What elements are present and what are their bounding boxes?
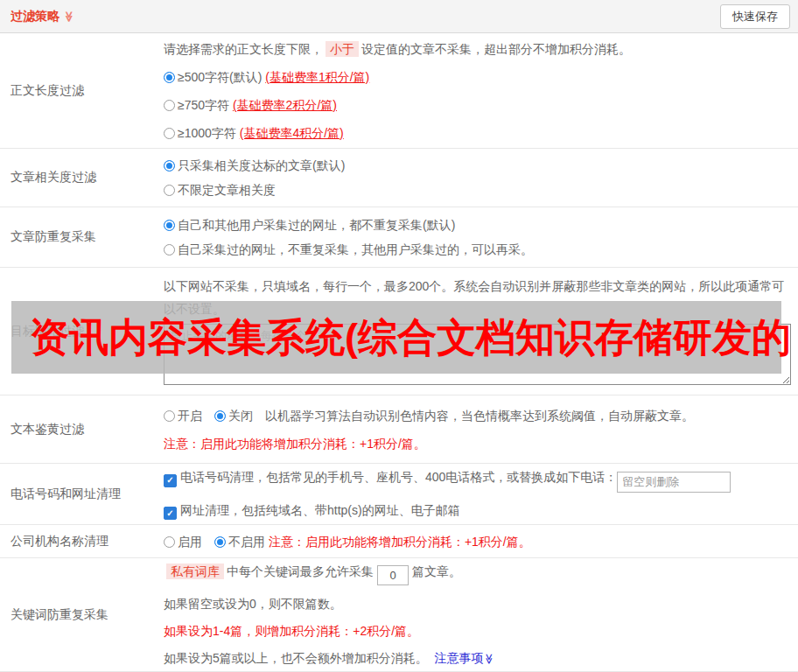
radio-company-off-checked[interactable] <box>214 536 226 548</box>
radio-1000[interactable] <box>164 128 175 139</box>
company-clean-note: 注意：启用此功能将增加积分消耗：+1积分/篇。 <box>269 535 531 549</box>
check-icon: ✓ <box>166 505 173 522</box>
url-clean-checkbox-checked[interactable]: ✓ <box>164 507 177 520</box>
row-keyword-label: 关键词防重复采集 <box>0 558 164 671</box>
length-option-1000-label: ≥1000字符 <box>178 126 236 140</box>
length-option-1000[interactable]: ≥1000字符 (基础费率4积分/篇) <box>164 124 791 142</box>
notes-link[interactable]: 注意事项≫ <box>435 651 495 665</box>
length-desc-keyword: 小于 <box>326 41 359 57</box>
porn-filter-options: 开启关闭以机器学习算法自动识别色情内容，当色情概率达到系统阈值，自动屏蔽文章。 <box>164 407 791 424</box>
relevance-option-strict-label: 只采集相关度达标的文章(默认) <box>178 158 345 172</box>
row-company-label: 公司机构名称清理 <box>0 525 164 557</box>
company-clean-options: 启用不启用 注意：启用此功能将增加积分消耗：+1积分/篇。 <box>164 533 791 550</box>
row-company-clean: 公司机构名称清理 启用不启用 注意：启用此功能将增加积分消耗：+1积分/篇。 <box>0 525 798 558</box>
company-on-label[interactable]: 启用 <box>178 535 202 549</box>
row-phone-url-label: 电话号码和网址清理 <box>0 464 164 524</box>
row-relevance-content: 只采集相关度达标的文章(默认) 不限定文章相关度 <box>164 149 798 206</box>
radio-dedupe-global-checked[interactable] <box>164 220 175 231</box>
keyword-note-cost: 如果设为1-4篇，则增加积分消耗：+2积分/篇。 <box>164 622 791 640</box>
notes-link-label: 注意事项 <box>435 651 484 665</box>
row-dedupe-content: 自己和其他用户采集过的网址，都不重复采集(默认) 自己采集过的网址，不重复采集，… <box>164 207 798 267</box>
dedupe-option-self-label: 自己采集过的网址，不重复采集，其他用户采集过的，可以再采。 <box>178 242 533 256</box>
radio-dedupe-self[interactable] <box>164 244 175 256</box>
row-site-label: 目标网站过滤 <box>0 268 164 395</box>
private-thesaurus-link[interactable]: 私有词库 <box>166 564 224 579</box>
dedupe-option-self[interactable]: 自己采集过的网址，不重复采集，其他用户采集过的，可以再采。 <box>164 241 791 258</box>
keyword-note-five-text: 如果设为5篇或以上，也不会额外增加积分消耗。 <box>164 651 428 665</box>
porn-on-label[interactable]: 开启 <box>178 409 202 423</box>
row-porn-filter: 文本鉴黄过滤 开启关闭以机器学习算法自动识别色情内容，当色情概率达到系统阈值，自… <box>0 396 798 464</box>
porn-off-label[interactable]: 关闭 <box>228 409 253 423</box>
porn-filter-desc: 以机器学习算法自动识别色情内容，当色情概率达到系统阈值，自动屏蔽文章。 <box>265 409 694 423</box>
page-title-label: 过滤策略 <box>10 9 60 24</box>
row-phone-url-content: ✓电话号码清理，包括常见的手机号、座机号、400电话格式，或替换成如下电话： ✓… <box>164 464 798 524</box>
length-option-1000-note: (基础费率4积分/篇) <box>240 126 344 140</box>
keyword-limit-mid-text: 中每个关键词最多允许采集 <box>227 564 374 578</box>
row-site-filter: 目标网站过滤 以下网站不采集，只填域名，每行一个，最多200个。系统会自动识别并… <box>0 268 798 396</box>
keyword-limit-line: 私有词库中每个关键词最多允许采集篇文章。 <box>164 563 791 585</box>
row-length-content: 请选择需求的正文长度下限，小于设定值的文章不采集，超出部分不增加积分消耗。 ≥5… <box>164 33 798 148</box>
length-option-500[interactable]: ≥500字符(默认) (基础费率1积分/篇) <box>164 68 791 86</box>
radio-500-checked[interactable] <box>164 72 175 83</box>
row-relevance-label: 文章相关度过滤 <box>0 149 164 206</box>
phone-clean-label: 电话号码清理，包括常见的手机号、座机号、400电话格式，或替换成如下电话： <box>180 470 617 484</box>
phone-clean-checkbox-checked[interactable]: ✓ <box>164 474 177 487</box>
radio-porn-on[interactable] <box>164 410 175 422</box>
dedupe-option-global[interactable]: 自己和其他用户采集过的网址，都不重复采集(默认) <box>164 216 791 234</box>
relevance-option-any-label: 不限定文章相关度 <box>178 183 276 197</box>
phone-clean-line: ✓电话号码清理，包括常见的手机号、座机号、400电话格式，或替换成如下电话： <box>164 468 791 493</box>
page-title[interactable]: 过滤策略 ≫ <box>10 9 75 24</box>
blocked-domains-textarea[interactable] <box>164 324 791 385</box>
keyword-limit-end-text: 篇文章。 <box>412 564 461 578</box>
url-clean-label: 网址清理，包括纯域名、带http(s)的网址、电子邮箱 <box>180 503 460 517</box>
row-site-content: 以下网站不采集，只填域名，每行一个，最多200个。系统会自动识别并屏蔽那些非文章… <box>164 268 798 395</box>
length-option-750[interactable]: ≥750字符 (基础费率2积分/篇) <box>164 96 791 114</box>
check-icon: ✓ <box>166 472 173 489</box>
radio-company-on[interactable] <box>164 536 175 548</box>
site-filter-desc: 以下网站不采集，只填域名，每行一个，最多200个。系统会自动识别并屏蔽那些非文章… <box>164 275 791 320</box>
filter-strategy-page: 过滤策略 ≫ 快速保存 正文长度过滤 请选择需求的正文长度下限，小于设定值的文章… <box>0 0 798 672</box>
keyword-max-count-input[interactable] <box>377 565 409 585</box>
radio-relevance-any[interactable] <box>164 185 175 196</box>
topbar: 过滤策略 ≫ 快速保存 <box>0 0 798 33</box>
row-company-content: 启用不启用 注意：启用此功能将增加积分消耗：+1积分/篇。 <box>164 525 798 557</box>
company-off-label[interactable]: 不启用 <box>228 535 265 549</box>
row-relevance-filter: 文章相关度过滤 只采集相关度达标的文章(默认) 不限定文章相关度 <box>0 149 798 207</box>
row-keyword-content: 私有词库中每个关键词最多允许采集篇文章。 如果留空或设为0，则不限篇数。 如果设… <box>164 558 798 671</box>
row-porn-content: 开启关闭以机器学习算法自动识别色情内容，当色情概率达到系统阈值，自动屏蔽文章。 … <box>164 396 798 463</box>
row-length-filter: 正文长度过滤 请选择需求的正文长度下限，小于设定值的文章不采集，超出部分不增加积… <box>0 33 798 149</box>
keyword-note-five: 如果设为5篇或以上，也不会额外增加积分消耗。 注意事项≫ <box>164 649 791 667</box>
keyword-note-zero: 如果留空或设为0，则不限篇数。 <box>164 595 791 612</box>
length-option-500-label: ≥500字符(默认) <box>178 70 262 84</box>
length-option-750-label: ≥750字符 <box>178 98 229 112</box>
length-desc-before: 请选择需求的正文长度下限， <box>164 42 323 56</box>
length-option-500-note: (基础费率1积分/篇) <box>265 70 369 84</box>
quick-save-button[interactable]: 快速保存 <box>720 4 790 29</box>
radio-750[interactable] <box>164 100 175 111</box>
relevance-option-any[interactable]: 不限定文章相关度 <box>164 181 791 199</box>
notes-double-chevron-icon: ≫ <box>484 654 494 665</box>
row-dedupe-label: 文章防重复采集 <box>0 207 164 267</box>
length-desc-after: 设定值的文章不采集，超出部分不增加积分消耗。 <box>361 42 631 56</box>
length-option-750-note: (基础费率2积分/篇) <box>233 98 337 112</box>
row-keyword-dedupe: 关键词防重复采集 私有词库中每个关键词最多允许采集篇文章。 如果留空或设为0，则… <box>0 558 798 672</box>
collapse-double-chevron-icon: ≫ <box>64 10 74 22</box>
row-length-label: 正文长度过滤 <box>0 33 164 148</box>
length-desc: 请选择需求的正文长度下限，小于设定值的文章不采集，超出部分不增加积分消耗。 <box>164 40 791 58</box>
replacement-phone-input[interactable] <box>617 472 731 493</box>
row-phone-url-clean: 电话号码和网址清理 ✓电话号码清理，包括常见的手机号、座机号、400电话格式，或… <box>0 464 798 525</box>
relevance-option-strict[interactable]: 只采集相关度达标的文章(默认) <box>164 157 791 174</box>
porn-filter-note: 注意：启用此功能将增加积分消耗：+1积分/篇。 <box>164 435 791 452</box>
row-porn-label: 文本鉴黄过滤 <box>0 396 164 463</box>
dedupe-option-global-label: 自己和其他用户采集过的网址，都不重复采集(默认) <box>178 218 455 232</box>
row-article-dedupe: 文章防重复采集 自己和其他用户采集过的网址，都不重复采集(默认) 自己采集过的网… <box>0 207 798 268</box>
radio-relevance-strict-checked[interactable] <box>164 160 175 172</box>
radio-porn-off-checked[interactable] <box>214 410 226 422</box>
url-clean-line: ✓网址清理，包括纯域名、带http(s)的网址、电子邮箱 <box>164 501 791 521</box>
